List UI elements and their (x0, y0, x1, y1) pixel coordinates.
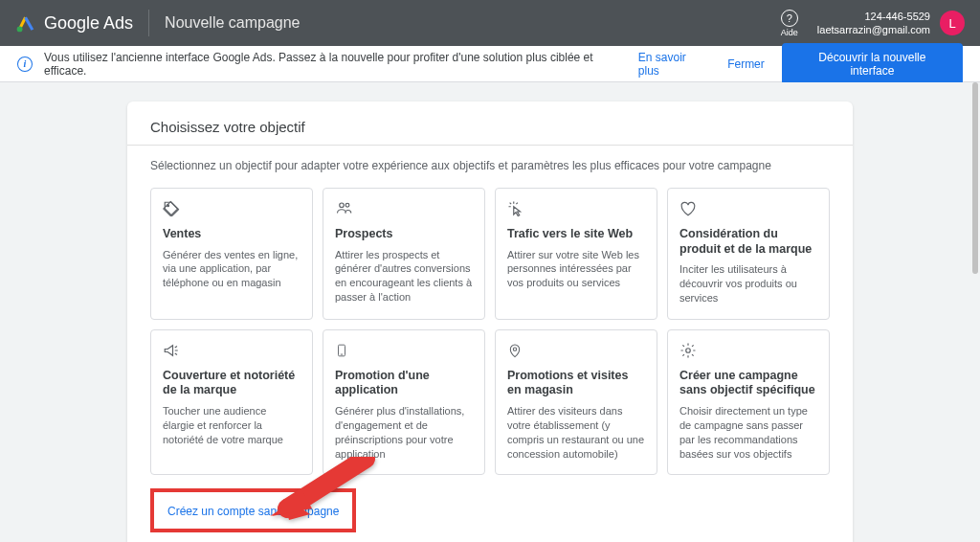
phone-icon (335, 342, 473, 361)
svg-point-0 (17, 26, 23, 32)
cursor-click-icon (507, 200, 645, 219)
goal-consideration[interactable]: Considération du produit et de la marque… (667, 188, 830, 320)
goal-traffic[interactable]: Trafic vers le site Web Attirer sur votr… (495, 188, 657, 320)
tag-icon (163, 200, 301, 219)
account-email: laetsarrazin@gmail.com (817, 23, 930, 36)
avatar[interactable]: L (940, 11, 965, 35)
help-button[interactable]: ? Aide (781, 10, 798, 37)
goal-app[interactable]: Promotion d'une application Générer plus… (323, 329, 485, 476)
header-divider (148, 10, 149, 36)
account-id: 124-446-5529 (817, 10, 930, 23)
google-ads-logo-icon (15, 12, 36, 34)
megaphone-icon (163, 342, 301, 361)
card-divider (127, 145, 853, 146)
pin-icon (507, 342, 645, 361)
learn-more-link[interactable]: En savoir plus (638, 51, 710, 78)
account-info[interactable]: 124-446-5529 laetsarrazin@gmail.com L (817, 10, 965, 37)
goal-no-objective[interactable]: Créer une campagne sans objectif spécifi… (667, 329, 830, 476)
skip-highlight-box: Créez un compte sans campagne (150, 488, 356, 532)
goals-grid: Ventes Générer des ventes en ligne, via … (150, 188, 830, 475)
goal-sales[interactable]: Ventes Générer des ventes en ligne, via … (150, 188, 313, 320)
page-title: Nouvelle campagne (165, 14, 300, 32)
card-title: Choisissez votre objectif (150, 119, 830, 135)
svg-point-6 (513, 348, 516, 350)
svg-point-2 (340, 203, 345, 208)
main-canvas: Choisissez votre objectif Sélectionnez u… (0, 82, 980, 542)
goal-store[interactable]: Promotions et visites en magasin Attirer… (495, 329, 657, 476)
goal-leads[interactable]: Prospects Attirer les prospects et génér… (323, 188, 485, 320)
scrollbar[interactable] (972, 82, 978, 274)
close-link[interactable]: Fermer (727, 57, 765, 71)
goal-reach[interactable]: Couverture et notoriété de la marque Tou… (150, 329, 313, 476)
logo-text: Google Ads (44, 13, 133, 34)
notice-text: Vous utilisez l'ancienne interface Googl… (44, 51, 638, 78)
notice-bar: i Vous utilisez l'ancienne interface Goo… (0, 46, 980, 82)
info-icon: i (17, 56, 33, 72)
help-icon: ? (781, 10, 798, 27)
people-icon (335, 200, 473, 219)
svg-point-7 (686, 349, 691, 353)
heart-icon (679, 200, 817, 219)
discover-button[interactable]: Découvrir la nouvelle interface (782, 43, 963, 85)
create-without-campaign-link[interactable]: Créez un compte sans campagne (167, 505, 339, 518)
logo[interactable]: Google Ads (15, 12, 133, 34)
gear-icon (679, 342, 817, 361)
svg-point-3 (345, 203, 349, 207)
card-subtitle: Sélectionnez un objectif pour adapter vo… (150, 159, 830, 172)
objective-card: Choisissez votre objectif Sélectionnez u… (127, 102, 853, 542)
top-bar: Google Ads Nouvelle campagne ? Aide 124-… (0, 0, 980, 46)
